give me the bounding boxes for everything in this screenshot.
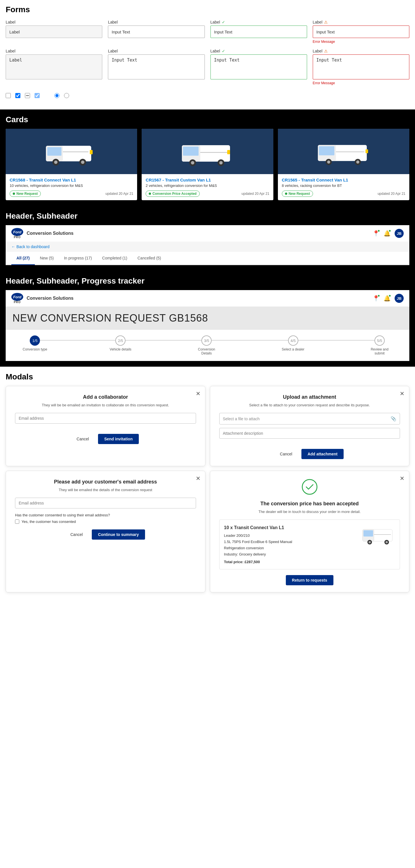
vehicle-title: 10 x Transit Connect Van L1: [224, 524, 357, 531]
nav-tab-inprogress[interactable]: In progress (17): [59, 252, 97, 265]
card-cr1567[interactable]: CR1567 - Transit Custom Van L1 2 vehicle…: [142, 129, 273, 200]
svg-point-13: [191, 161, 194, 164]
checkbox-3[interactable]: [25, 93, 30, 98]
bell-icon-btn-1[interactable]: 🔔: [384, 230, 391, 237]
form-input-plain-1[interactable]: [6, 26, 102, 38]
consent-checkbox[interactable]: [15, 520, 19, 524]
modal-collaborator-subtitle: They will be be emailed an invitation to…: [15, 403, 196, 407]
card-footer-1: New Request updated 20 Apr 21: [10, 191, 133, 197]
card-badge-2: Conversion Price Accepted: [146, 191, 200, 197]
checkbox-unchecked[interactable]: [6, 93, 11, 98]
radio-unselected[interactable]: [64, 93, 69, 98]
modal-collaborator-email[interactable]: [15, 413, 196, 424]
card-body-1: CR1568 - Transit Connect Van L1 10 vehic…: [6, 174, 137, 200]
van-illustration-3: [315, 134, 372, 168]
vehicle-spec-4: Industry: Grocery delivery: [224, 551, 357, 557]
card-desc-3: 8 vehicles, racking conversion for BT: [282, 183, 405, 188]
form-textarea-error-2[interactable]: Input Text: [313, 55, 409, 80]
modal-attachment-close[interactable]: ✕: [400, 390, 405, 397]
modal-customer-email-cancel[interactable]: Cancel: [66, 529, 88, 539]
card-footer-2: Conversion Price Accepted updated 20 Apr…: [146, 191, 269, 197]
modal-customer-email-submit[interactable]: Continue to summary: [92, 529, 145, 539]
checkbox-1[interactable]: [6, 93, 11, 98]
location-badge-1: [377, 229, 380, 232]
radio-2[interactable]: [64, 93, 69, 98]
header-progress-section: Header, Subheader, Progress tracker Ford…: [0, 271, 415, 367]
app-bar-icons-1: 📍 🔔 JB: [373, 229, 404, 238]
modal-accepted-actions: Return to requests: [219, 575, 400, 585]
form-field-valid-1: Label ✓: [210, 20, 307, 38]
form-input-normal-1[interactable]: [108, 26, 205, 38]
back-link-1[interactable]: ← Back to dashboard: [11, 244, 49, 249]
modal-collaborator-title: Add a collaborator: [15, 394, 196, 400]
pro-text-1: PRO: [14, 236, 21, 239]
consent-checkbox-row[interactable]: Yes, the customer has consented: [15, 520, 196, 524]
card-body-2: CR1567 - Transit Custom Van L1 2 vehicle…: [142, 174, 273, 200]
modal-customer-email-actions: Cancel Continue to summary: [15, 529, 196, 539]
modal-attachment-submit[interactable]: Add attachment: [302, 449, 344, 459]
step-2: 2/5 Vehicle details: [110, 336, 132, 351]
form-input-valid-1[interactable]: [210, 26, 307, 38]
app-bar-icons-2: 📍 🔔 JB: [373, 294, 404, 303]
request-header: NEW CONVERSION REQUEST GB1568: [6, 307, 409, 330]
svg-rect-20: [319, 146, 335, 155]
card-badge-1: New Request: [10, 191, 41, 197]
header-progress-label: Header, Subheader, Progress tracker: [6, 277, 409, 290]
card-cr1565[interactable]: CR1565 - Transit Connect Van L1 8 vehicl…: [278, 129, 409, 200]
form-label-error-2: Label ⚠: [313, 49, 409, 53]
nav-tab-completed[interactable]: Completed (1): [97, 252, 133, 265]
form-label-error-1: Label ⚠: [313, 20, 409, 24]
step-circle-5: 5/5: [375, 336, 385, 346]
modal-customer-email-input[interactable]: [15, 498, 196, 508]
step-label-5: Review and submit: [367, 347, 392, 355]
checkbox-2[interactable]: [15, 93, 21, 98]
form-label-valid-2: Label ✓: [210, 49, 307, 53]
radio-1[interactable]: [55, 93, 60, 98]
vehicle-spec-1: Leader 200/210: [224, 532, 357, 539]
radio-selected[interactable]: [55, 93, 60, 98]
avatar-btn-2[interactable]: JB: [394, 294, 404, 303]
location-icon-btn-2[interactable]: 📍: [373, 295, 380, 302]
modal-attachment-desc[interactable]: [219, 428, 400, 439]
modal-attachment-actions: Cancel Add attachment: [219, 449, 400, 459]
modal-file-input[interactable]: Select a file to attach 📎: [219, 413, 400, 425]
modal-customer-email-close[interactable]: ✕: [196, 475, 201, 482]
form-textarea-plain-2[interactable]: Label: [6, 55, 102, 80]
form-label-normal-1: Label: [108, 20, 205, 24]
modal-collaborator-close[interactable]: ✕: [196, 390, 201, 397]
modal-accepted-submit[interactable]: Return to requests: [286, 575, 334, 585]
form-input-error-1[interactable]: [313, 26, 409, 38]
nav-tab-cancelled[interactable]: Cancelled (5): [132, 252, 166, 265]
modal-attachment-cancel[interactable]: Cancel: [275, 449, 297, 459]
card-image-3: [278, 129, 409, 174]
svg-rect-30: [364, 530, 373, 536]
bell-icon-btn-2[interactable]: 🔔: [384, 295, 391, 302]
modal-collaborator-cancel[interactable]: Cancel: [72, 434, 94, 444]
form-label-valid-1: Label ✓: [210, 20, 307, 24]
svg-rect-17: [227, 150, 230, 154]
nav-tab-new[interactable]: New (5): [35, 252, 59, 265]
svg-point-32: [369, 541, 371, 543]
form-field-valid-2: Label ✓ Input Text: [210, 49, 307, 80]
modal-attachment: ✕ Upload an attachment Select a file to …: [210, 386, 410, 466]
card-footer-3: New Request updated 20 Apr 21: [282, 191, 405, 197]
step-label-1: Conversion type: [23, 347, 47, 351]
form-textarea-valid-2[interactable]: Input Text: [210, 55, 307, 80]
card-cr1568[interactable]: CR1568 - Transit Connect Van L1 10 vehic…: [6, 129, 137, 200]
cards-section-label: Cards: [6, 115, 409, 129]
step-1: 1/5 Conversion type: [23, 336, 47, 351]
form-label-plain-1: Label: [6, 20, 102, 24]
modal-collaborator-submit[interactable]: Send invitation: [98, 434, 139, 444]
checkbox-indeterminate[interactable]: [25, 93, 30, 98]
checkbox-checked[interactable]: [15, 93, 21, 98]
modal-accepted-close[interactable]: ✕: [400, 475, 405, 482]
vehicle-spec-3: Refrigeration conversion: [224, 545, 357, 551]
nav-tab-all[interactable]: All (27): [11, 252, 35, 265]
location-icon-btn-1[interactable]: 📍: [373, 230, 380, 237]
form-textarea-normal-2[interactable]: Input Text: [108, 55, 205, 80]
avatar-btn-1[interactable]: JB: [394, 229, 404, 238]
modal-customer-email-title: Please add your customer's email address: [15, 479, 196, 485]
forms-row-2: Label Label Label Input Text Label ✓ Inp…: [6, 49, 409, 85]
cards-row: CR1568 - Transit Connect Van L1 10 vehic…: [6, 129, 409, 200]
svg-rect-2: [47, 147, 62, 156]
